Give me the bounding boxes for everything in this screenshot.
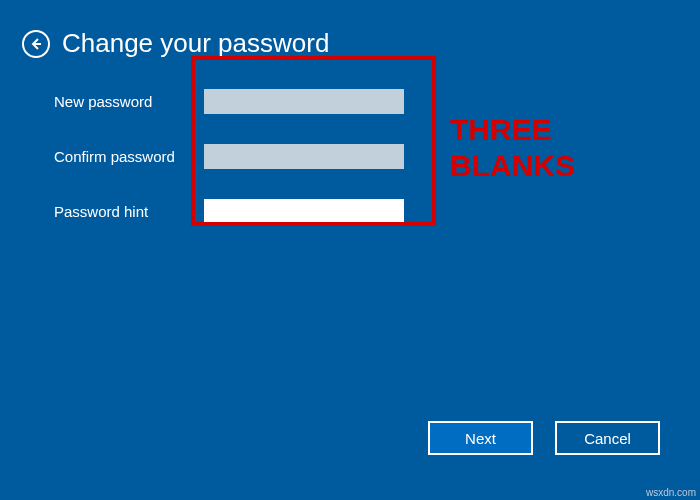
new-password-label: New password	[54, 93, 204, 110]
cancel-button-label: Cancel	[584, 430, 631, 447]
password-form: New password Confirm password Password h…	[54, 89, 700, 224]
new-password-input[interactable]	[204, 89, 404, 114]
page-title: Change your password	[62, 28, 329, 59]
next-button[interactable]: Next	[428, 421, 533, 455]
annotation-text: THREE BLANKS	[450, 112, 575, 184]
back-arrow-icon	[29, 37, 43, 51]
cancel-button[interactable]: Cancel	[555, 421, 660, 455]
back-button[interactable]	[22, 30, 50, 58]
password-hint-input[interactable]	[204, 199, 404, 224]
confirm-password-label: Confirm password	[54, 148, 204, 165]
watermark-text: wsxdn.com	[646, 487, 696, 498]
password-hint-label: Password hint	[54, 203, 204, 220]
next-button-label: Next	[465, 430, 496, 447]
confirm-password-input[interactable]	[204, 144, 404, 169]
